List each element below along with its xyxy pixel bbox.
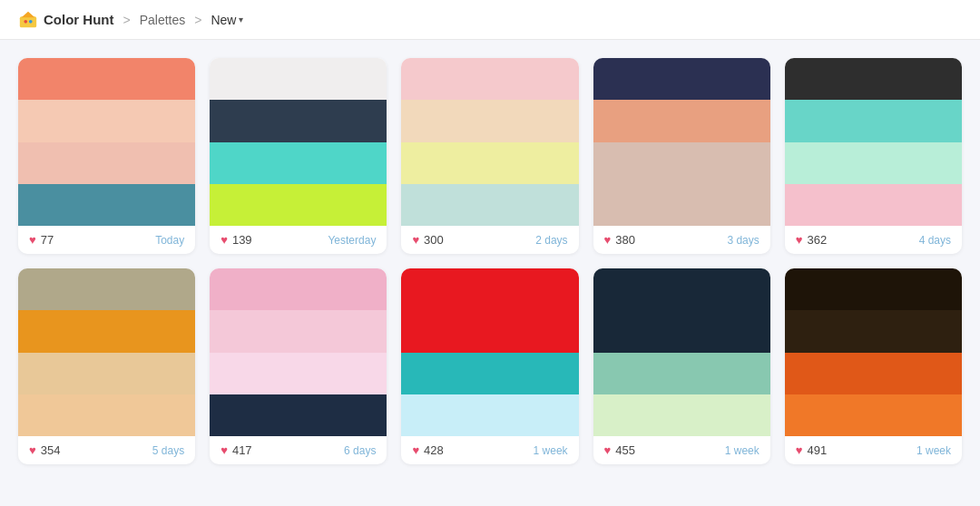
color-swatch <box>401 142 578 184</box>
color-swatch <box>401 268 578 310</box>
heart-icon: ♥ <box>604 233 612 247</box>
color-swatch <box>210 394 387 436</box>
likes-number: 455 <box>615 443 635 457</box>
swatches-area <box>210 268 387 436</box>
palette-date: 5 days <box>152 444 184 457</box>
swatches-area <box>401 268 578 436</box>
likes-count[interactable]: ♥354 <box>29 443 60 457</box>
color-swatch <box>18 268 195 310</box>
palette-card[interactable]: ♥4551 week <box>593 268 770 464</box>
color-swatch <box>210 58 387 100</box>
likes-number: 428 <box>424 443 444 457</box>
color-swatch <box>401 353 578 394</box>
color-swatch <box>785 353 962 394</box>
color-swatch <box>593 310 770 352</box>
color-swatch <box>593 394 770 436</box>
color-swatch <box>401 394 578 436</box>
color-swatch <box>785 58 962 100</box>
card-footer: ♥3002 days <box>401 226 578 254</box>
swatches-area <box>593 58 770 226</box>
color-swatch <box>210 184 387 226</box>
likes-count[interactable]: ♥491 <box>796 443 827 457</box>
nav-new[interactable]: New ▾ <box>211 13 243 27</box>
color-swatch <box>401 184 578 226</box>
palette-card[interactable]: ♥3803 days <box>593 58 770 254</box>
color-swatch <box>210 142 387 184</box>
likes-count[interactable]: ♥362 <box>796 233 827 247</box>
card-footer: ♥139Yesterday <box>210 226 387 254</box>
color-swatch <box>593 58 770 100</box>
card-footer: ♥4176 days <box>210 436 387 464</box>
palette-card[interactable]: ♥3002 days <box>401 58 578 254</box>
color-swatch <box>401 58 578 100</box>
color-swatch <box>18 142 195 184</box>
color-swatch <box>593 100 770 141</box>
palette-card[interactable]: ♥3624 days <box>785 58 962 254</box>
palette-date: 1 week <box>725 444 760 457</box>
card-footer: ♥77Today <box>18 226 195 254</box>
likes-number: 491 <box>808 443 828 457</box>
heart-icon: ♥ <box>412 233 419 247</box>
heart-icon: ♥ <box>220 233 228 247</box>
color-swatch <box>210 100 387 141</box>
likes-count[interactable]: ♥380 <box>604 233 635 247</box>
color-swatch <box>210 353 387 394</box>
likes-number: 354 <box>41 443 61 457</box>
color-swatch <box>18 100 195 141</box>
color-swatch <box>18 394 195 436</box>
palette-card[interactable]: ♥4911 week <box>785 268 962 464</box>
likes-count[interactable]: ♥428 <box>412 443 443 457</box>
palette-card[interactable]: ♥77Today <box>18 58 195 254</box>
color-swatch <box>785 310 962 352</box>
likes-count[interactable]: ♥417 <box>220 443 251 457</box>
heart-icon: ♥ <box>412 443 419 457</box>
color-swatch <box>401 100 578 141</box>
swatches-area <box>18 268 195 436</box>
heart-icon: ♥ <box>29 233 36 247</box>
card-footer: ♥3624 days <box>785 226 962 254</box>
palette-card[interactable]: ♥4281 week <box>401 268 578 464</box>
heart-icon: ♥ <box>796 233 803 247</box>
nav-separator2: > <box>194 13 201 27</box>
card-footer: ♥4911 week <box>785 436 962 464</box>
palette-card[interactable]: ♥4176 days <box>210 268 387 464</box>
logo: Color Hunt <box>18 10 113 30</box>
color-swatch <box>593 142 770 184</box>
app-header: Color Hunt > Palettes > New ▾ <box>0 0 980 40</box>
palette-date: Yesterday <box>328 234 376 247</box>
nav-separator: > <box>122 13 130 27</box>
swatches-area <box>785 268 962 436</box>
palette-card[interactable]: ♥3545 days <box>18 268 195 464</box>
palette-date: Today <box>155 234 184 247</box>
likes-number: 380 <box>615 233 635 247</box>
color-swatch <box>593 184 770 226</box>
likes-count[interactable]: ♥455 <box>604 443 635 457</box>
heart-icon: ♥ <box>604 443 612 457</box>
likes-count[interactable]: ♥300 <box>412 233 443 247</box>
color-swatch <box>785 184 962 226</box>
nav-palettes[interactable]: Palettes <box>140 13 186 27</box>
chevron-down-icon: ▾ <box>239 15 243 24</box>
palette-date: 3 days <box>727 234 759 247</box>
swatches-area <box>210 58 387 226</box>
palette-card[interactable]: ♥139Yesterday <box>210 58 387 254</box>
swatches-area <box>18 58 195 226</box>
swatches-area <box>593 268 770 436</box>
likes-number: 300 <box>424 233 444 247</box>
color-swatch <box>18 184 195 226</box>
palette-date: 6 days <box>344 444 376 457</box>
likes-number: 362 <box>808 233 828 247</box>
likes-count[interactable]: ♥77 <box>29 233 54 247</box>
card-footer: ♥4281 week <box>401 436 578 464</box>
color-swatch <box>593 353 770 394</box>
likes-count[interactable]: ♥139 <box>220 233 251 247</box>
heart-icon: ♥ <box>29 443 36 457</box>
swatches-area <box>401 58 578 226</box>
svg-point-2 <box>24 20 27 24</box>
color-swatch <box>785 142 962 184</box>
palette-date: 2 days <box>535 234 567 247</box>
color-swatch <box>785 100 962 141</box>
color-swatch <box>785 268 962 310</box>
logo-text: Color Hunt <box>44 12 113 27</box>
color-swatch <box>18 58 195 100</box>
